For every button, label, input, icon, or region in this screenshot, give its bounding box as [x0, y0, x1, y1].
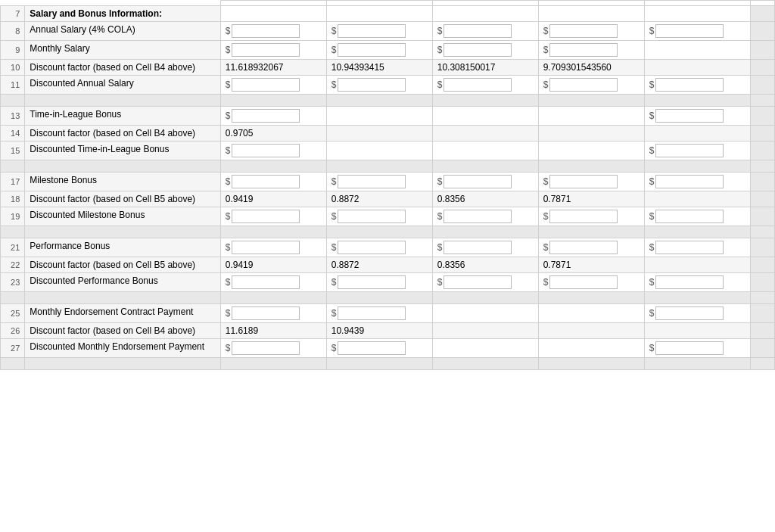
total-cell: $	[644, 273, 750, 292]
year-cell-year2	[326, 142, 432, 160]
empty-cell	[220, 95, 326, 107]
value-input[interactable]	[232, 306, 300, 320]
value-input[interactable]	[338, 175, 406, 188]
header-year2	[326, 1, 432, 6]
total-cell: $	[644, 22, 750, 41]
year-cell-year3: $	[432, 76, 538, 95]
value-input[interactable]	[232, 109, 300, 123]
table-row: 19Discounted Milestone Bonus$$$$$	[1, 207, 775, 226]
value-input[interactable]	[444, 210, 512, 223]
dollar-sign: $	[226, 110, 231, 121]
value-input[interactable]	[444, 241, 512, 254]
dollar-input-container: $	[543, 24, 640, 38]
extra-cell	[750, 76, 774, 95]
value-input[interactable]	[338, 275, 406, 289]
header-label	[25, 1, 220, 6]
extra-cell	[750, 238, 774, 257]
table-row: 11Discounted Annual Salary$$$$$	[1, 76, 775, 95]
dollar-input-container: $	[649, 144, 745, 157]
empty-cell	[750, 226, 774, 238]
value-input[interactable]	[655, 175, 724, 188]
value-input[interactable]	[655, 24, 724, 38]
table-row: 26Discount factor (based on Cell B4 abov…	[1, 323, 775, 339]
value-input[interactable]	[444, 43, 512, 57]
row-number: 10	[1, 60, 25, 76]
value-input[interactable]	[655, 241, 724, 254]
value-input[interactable]	[444, 175, 512, 188]
row-label: Time-in-League Bonus	[25, 107, 220, 126]
value-input[interactable]	[232, 241, 300, 254]
value-input[interactable]	[232, 275, 300, 289]
row-number: 25	[1, 304, 25, 323]
row-label: Monthly Salary	[25, 41, 220, 60]
value-input[interactable]	[655, 210, 724, 223]
table-row: 7Salary and Bonus Information:	[1, 6, 775, 22]
value-input[interactable]	[655, 306, 724, 320]
value-input[interactable]	[232, 43, 300, 57]
value-input[interactable]	[232, 210, 300, 223]
value-input[interactable]	[444, 24, 512, 38]
empty-cell	[220, 160, 326, 173]
empty-cell	[220, 358, 326, 370]
dollar-sign: $	[649, 211, 655, 222]
value-input[interactable]	[549, 241, 618, 254]
header-year4	[538, 1, 644, 6]
row-number: 17	[1, 173, 25, 191]
dollar-input-container: $	[331, 210, 428, 223]
value-input[interactable]	[549, 43, 618, 57]
empty-cell	[644, 358, 750, 370]
numeric-value: 0.9705	[226, 128, 254, 138]
value-input[interactable]	[444, 275, 512, 289]
value-input[interactable]	[549, 24, 618, 38]
extra-cell	[750, 41, 774, 60]
value-input[interactable]	[232, 78, 300, 92]
numeric-value: 11.618932067	[226, 62, 284, 73]
table-row: 27Discounted Monthly Endorsement Payment…	[1, 339, 775, 358]
value-input[interactable]	[338, 341, 406, 355]
value-input[interactable]	[232, 341, 300, 355]
value-input[interactable]	[232, 24, 300, 38]
total-cell	[644, 41, 750, 60]
value-input[interactable]	[549, 210, 618, 223]
value-input[interactable]	[232, 175, 300, 188]
dollar-sign: $	[331, 176, 337, 187]
value-input[interactable]	[232, 144, 300, 157]
year-cell-year4: 0.7871	[538, 257, 644, 273]
value-input[interactable]	[549, 175, 618, 188]
row-number: 7	[1, 6, 25, 22]
year-cell-year4	[538, 304, 644, 323]
header-total	[644, 1, 750, 6]
value-input[interactable]	[338, 24, 406, 38]
dollar-input-container: $	[649, 78, 745, 92]
value-input[interactable]	[655, 275, 724, 289]
row-number: 19	[1, 207, 25, 226]
dollar-sign: $	[649, 26, 655, 36]
value-input[interactable]	[338, 210, 406, 223]
dollar-input-container: $	[331, 275, 428, 289]
dollar-input-container: $	[543, 43, 640, 57]
dollar-input-container: $	[226, 43, 322, 57]
value-input[interactable]	[655, 78, 724, 92]
extra-cell	[750, 191, 774, 207]
row-label: Discounted Milestone Bonus	[25, 207, 220, 226]
value-input[interactable]	[338, 43, 406, 57]
value-input[interactable]	[338, 306, 406, 320]
value-input[interactable]	[655, 144, 724, 157]
header-year3	[432, 1, 538, 6]
value-input[interactable]	[338, 78, 406, 92]
value-input[interactable]	[655, 109, 724, 123]
year-cell-year1: $	[220, 339, 326, 358]
value-input[interactable]	[338, 241, 406, 254]
table-row: 13Time-in-League Bonus$$	[1, 107, 775, 126]
year-cell-year2	[326, 6, 432, 22]
table-row: 14Discount factor (based on Cell B4 abov…	[1, 126, 775, 142]
value-input[interactable]	[655, 341, 724, 355]
value-input[interactable]	[444, 78, 512, 92]
value-input[interactable]	[549, 275, 618, 289]
year-cell-year3	[432, 126, 538, 142]
value-input[interactable]	[549, 78, 618, 92]
year-cell-year2: 10.9439	[326, 323, 432, 339]
dollar-input-container: $	[437, 24, 534, 38]
year-cell-year3: $	[432, 22, 538, 41]
year-cell-year1: $	[220, 22, 326, 41]
